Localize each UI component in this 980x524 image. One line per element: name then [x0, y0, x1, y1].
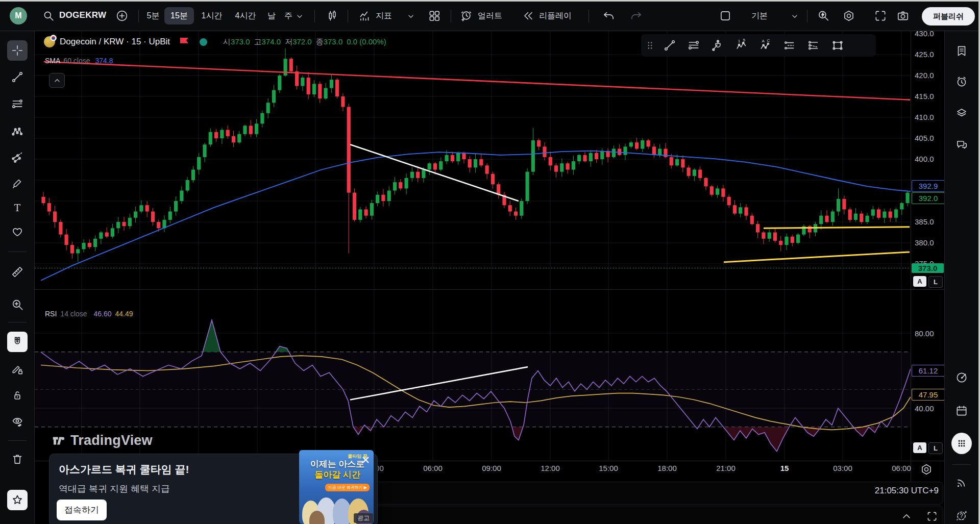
alert-button[interactable]: 얼러트 — [478, 7, 502, 24]
hide-drawings-icon[interactable] — [7, 411, 28, 432]
rsi-name: RSI — [45, 310, 57, 318]
pane-separator[interactable] — [35, 289, 946, 290]
horizontal-lines-tool-icon[interactable] — [681, 36, 705, 55]
trend-line-tool-icon[interactable] — [657, 36, 681, 55]
stay-in-drawing-mode-icon[interactable] — [7, 359, 28, 380]
redo-icon[interactable] — [629, 9, 643, 22]
search-icon[interactable] — [42, 9, 55, 22]
measure-tool-icon[interactable] — [7, 262, 28, 282]
layout-chevron-icon[interactable] — [790, 12, 799, 21]
chart-type-icon[interactable] — [326, 9, 339, 22]
user-avatar[interactable]: M — [10, 7, 27, 24]
crosshair-tool-icon[interactable] — [7, 40, 28, 61]
divider — [807, 10, 807, 22]
chart-canvas[interactable] — [35, 30, 911, 481]
settings-icon[interactable] — [842, 9, 855, 22]
symbol-legend[interactable]: Dogecoin / KRW · 15 · UpBit 시373.0고374.0… — [44, 35, 386, 48]
alert-clock-icon[interactable] — [459, 9, 473, 22]
panel-maximize-icon[interactable] — [925, 510, 939, 523]
ad-image-chip: 지금 바로 복귀하기 ▶ — [325, 484, 370, 491]
pitchfork-tool-icon[interactable] — [705, 36, 729, 55]
text-tool-icon[interactable]: T — [7, 198, 28, 218]
snapshot-camera-icon[interactable] — [896, 9, 910, 22]
publish-button[interactable]: 퍼블리쉬 — [922, 7, 975, 26]
timeframe-menu-chevron-icon[interactable] — [295, 12, 304, 21]
brush-tool-icon[interactable] — [7, 173, 28, 193]
timeframe-15분[interactable]: 15분 — [164, 7, 194, 24]
drag-handle-icon[interactable] — [643, 36, 657, 55]
time-axis-label: 21:00 — [716, 464, 736, 472]
flag-icon[interactable] — [178, 35, 191, 48]
abc-pattern-tool-icon[interactable]: AC — [753, 36, 777, 55]
zoom-in-tool-icon[interactable] — [7, 294, 28, 315]
projection-tool-icon[interactable] — [7, 147, 28, 167]
pattern-tool-icon[interactable] — [7, 121, 28, 142]
sidebar-object-tree-icon[interactable] — [951, 103, 972, 123]
add-symbol-icon[interactable] — [115, 9, 129, 22]
tradingview-watermark: TradingView — [51, 433, 153, 448]
ad-close-icon[interactable]: ✕ — [361, 455, 370, 465]
market-status-dot[interactable] — [200, 38, 207, 46]
emoji-tool-icon[interactable] — [7, 221, 28, 242]
indicators-chevron-icon[interactable] — [406, 12, 415, 21]
rsi-tick: 40.00 — [915, 404, 934, 413]
legend-collapse-button[interactable] — [49, 73, 65, 88]
timeframe-4시간[interactable]: 4시간 — [230, 7, 261, 24]
sma-legend[interactable]: SMA 60 close 374.8 — [45, 57, 113, 65]
svg-text:C: C — [767, 39, 770, 43]
price-axis-border — [911, 31, 911, 482]
sidebar-apps-grid-icon[interactable] — [951, 433, 972, 454]
replay-button[interactable]: 리플레이 — [539, 7, 572, 24]
ad-cta-button[interactable]: 접속하기 — [57, 500, 107, 520]
fullscreen-icon[interactable] — [874, 9, 887, 22]
indicators-button[interactable]: 지표 — [376, 7, 392, 24]
layout-grid-icon[interactable] — [428, 9, 441, 22]
panel-expand-icon[interactable] — [900, 510, 913, 523]
auto-scale-button[interactable]: A — [913, 276, 926, 287]
layout-select-icon[interactable] — [719, 9, 732, 22]
ohlc-label: 종 — [316, 37, 324, 46]
rsi-log-scale-button[interactable]: L — [928, 442, 943, 454]
elliott-wave-tool-icon[interactable]: 15 — [729, 36, 753, 55]
sidebar-alerts-icon[interactable] — [951, 71, 972, 92]
timeframe-주[interactable]: 주 — [280, 7, 297, 24]
clock[interactable]: 21:05:30 UTC+9 — [875, 486, 939, 496]
log-scale-button[interactable]: L — [928, 276, 943, 288]
price-axis-label: 405.0 — [915, 134, 934, 142]
timeframe-5분[interactable]: 5분 — [142, 7, 164, 24]
sidebar-calendar-icon[interactable] — [951, 401, 972, 421]
tradingview-logo-icon — [51, 433, 66, 448]
ad-banner[interactable]: 아스가르드 복귀 쿨타임 끝! 역대급 복귀 지원 혜택 지급 접속하기 쿨타임… — [49, 454, 378, 524]
sidebar-chat-icon[interactable] — [951, 134, 972, 155]
symbol-title[interactable]: Dogecoin / KRW · 15 · UpBit — [60, 37, 170, 47]
sidebar-watchlist-icon[interactable] — [951, 41, 972, 61]
divider — [589, 10, 589, 22]
lines-tool-icon[interactable] — [7, 94, 28, 114]
lock-drawings-icon[interactable] — [7, 385, 28, 406]
undo-icon[interactable] — [602, 9, 616, 22]
rectangle-tool-icon[interactable] — [825, 36, 849, 55]
sidebar-data-feed-icon[interactable] — [951, 472, 972, 493]
quick-search-icon[interactable] — [817, 9, 830, 22]
layout-name-button[interactable]: 기본 — [751, 7, 768, 24]
sidebar-help-icon[interactable]: ? — [951, 505, 972, 524]
magnet-mode-icon[interactable] — [7, 332, 28, 352]
symbol-search-input[interactable]: DOGEKRW — [59, 10, 106, 20]
indicators-icon[interactable] — [358, 9, 372, 22]
rsi-legend[interactable]: RSI 14 close 46.60 44.49 — [45, 310, 133, 318]
last-price-label: 373.0 — [912, 263, 944, 273]
time-axis-label: 12:00 — [541, 464, 560, 472]
timeframe-날[interactable]: 날 — [262, 7, 281, 24]
replay-icon[interactable] — [522, 9, 535, 22]
timeframe-1시간[interactable]: 1시간 — [196, 7, 228, 24]
disjoint-channel-tool-icon[interactable] — [801, 36, 825, 55]
time-axis-label: 18:00 — [657, 464, 677, 472]
time-axis-settings-icon[interactable] — [920, 463, 933, 476]
favorites-toolbar-icon[interactable] — [7, 490, 28, 510]
remove-drawings-icon[interactable] — [7, 449, 28, 469]
watermark-text: TradingView — [70, 433, 153, 448]
sidebar-screener-icon[interactable] — [951, 367, 972, 388]
trend-line-tool-icon[interactable] — [7, 67, 28, 87]
parallel-lines-tool-icon[interactable] — [777, 36, 801, 55]
rsi-auto-scale-button[interactable]: A — [913, 442, 926, 453]
